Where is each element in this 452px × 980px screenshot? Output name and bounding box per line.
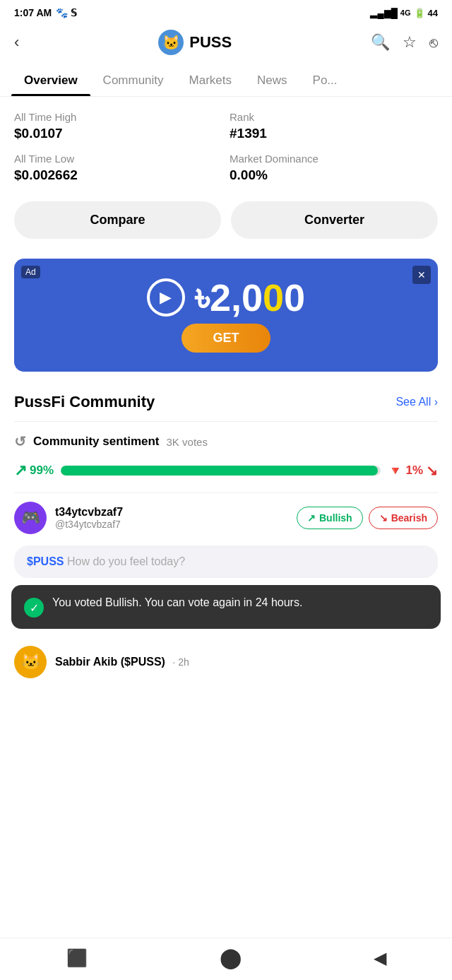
post-author-name: Sabbir Akib ($PUSS): [55, 656, 165, 668]
username: t34ytcvbzaf7: [55, 506, 288, 519]
share-icon[interactable]: ⎋: [429, 35, 438, 51]
ad-content: ▶ ৳2,000 GET: [147, 278, 305, 353]
ad-top-row: ▶ ৳2,000: [147, 278, 305, 317]
bottom-post: 🐱 Sabbir Akib ($PUSS) · 2h: [0, 636, 452, 688]
converter-button[interactable]: Converter: [231, 201, 438, 239]
nav-menu-icon[interactable]: ⬤: [220, 946, 242, 969]
bear-arrow-down: ↘: [426, 462, 438, 479]
sentiment-votes: 3K votes: [167, 436, 208, 448]
ad-label: Ad: [21, 266, 40, 278]
bear-pct: 🔻 1% ↘: [388, 462, 438, 479]
sentiment-bar-row: ↗ 99% 🔻 1% ↘: [0, 457, 452, 492]
comment-ticker: $PUSS: [27, 555, 64, 567]
community-header: PussFi Community See All ›: [0, 386, 452, 421]
ad-get-button[interactable]: GET: [182, 324, 270, 353]
header-center: 🐱 PUSS: [158, 30, 232, 55]
sentiment-bar-fill: [61, 466, 378, 476]
all-time-high-label: All Time High: [14, 111, 222, 123]
ad-banner: Ad ✕ ▶ ৳2,000 GET: [14, 259, 438, 372]
all-time-high-value: $0.0107: [14, 126, 222, 141]
user-info: t34ytcvbzaf7 @t34ytcvbzaf7: [55, 506, 288, 530]
rank-value: #1391: [230, 126, 438, 141]
bear-vote-icon: ↘: [379, 512, 388, 524]
header-icons: 🔍 ☆ ⎋: [371, 33, 438, 52]
post-author-avatar: 🐱: [14, 646, 47, 678]
bull-vote-icon: ↗: [307, 512, 316, 524]
star-icon[interactable]: ☆: [403, 33, 417, 52]
ad-amount: ৳2,000: [195, 278, 305, 317]
all-time-low: All Time Low $0.002662: [14, 153, 222, 183]
sentiment-label: Community sentiment: [33, 435, 160, 449]
see-all-button[interactable]: See All ›: [396, 396, 438, 408]
user-handle: @t34ytcvbzaf7: [55, 519, 288, 530]
tab-news[interactable]: News: [244, 65, 300, 96]
status-bar: 1:07 AM 🐾 𝕊 ▂▄▆█ 4G 🔋 44: [0, 0, 452, 23]
back-button[interactable]: ‹: [14, 33, 19, 52]
tab-overview[interactable]: Overview: [11, 65, 90, 96]
coin-title: PUSS: [189, 33, 232, 52]
post-time: · 2h: [172, 656, 189, 668]
market-dominance: Market Dominance 0.00%: [230, 153, 438, 183]
sentiment-bar: [61, 466, 381, 476]
bullish-button[interactable]: ↗ Bullish: [297, 507, 363, 529]
ad-amount-yellow: 0: [263, 276, 284, 319]
all-time-low-label: All Time Low: [14, 153, 222, 165]
market-dom-label: Market Dominance: [230, 153, 438, 165]
market-dom-value: 0.00%: [230, 167, 438, 183]
network-icon: 4G: [400, 8, 411, 17]
all-time-low-value: $0.002662: [14, 167, 222, 183]
tab-bar: Overview Community Markets News Po...: [0, 65, 452, 97]
toast-notification: ✓ You voted Bullish. You can vote again …: [11, 585, 441, 629]
status-time: 1:07 AM: [14, 7, 52, 18]
bear-arrow-icon: 🔻: [388, 464, 403, 478]
post-user-row: 🎮 t34ytcvbzaf7 @t34ytcvbzaf7 ↗ Bullish ↘…: [0, 493, 452, 543]
vote-buttons: ↗ Bullish ↘ Bearish: [297, 507, 438, 529]
action-buttons: Compare Converter: [0, 190, 452, 253]
stats-grid: All Time High $0.0107 Rank #1391 All Tim…: [0, 97, 452, 190]
community-title: PussFi Community: [14, 393, 155, 411]
sentiment-icon: ↺: [14, 433, 26, 450]
tab-community[interactable]: Community: [90, 65, 177, 96]
user-avatar: 🎮: [14, 502, 47, 534]
signal-icon: ▂▄▆█: [370, 8, 397, 18]
bearish-button[interactable]: ↘ Bearish: [369, 507, 438, 529]
rank-label: Rank: [230, 111, 438, 123]
nav-back-icon[interactable]: ◀: [374, 948, 386, 968]
ad-close-button[interactable]: ✕: [412, 266, 431, 284]
battery-icon: 🔋: [414, 8, 425, 18]
status-icons: 🐾 𝕊: [56, 7, 77, 18]
toast-message: You voted Bullish. You can vote again in…: [52, 596, 302, 609]
nav-home-icon[interactable]: ⬛: [66, 948, 88, 968]
toast-check-icon: ✓: [24, 598, 44, 618]
ad-play-button[interactable]: ▶: [147, 278, 185, 317]
rank: Rank #1391: [230, 111, 438, 141]
search-icon[interactable]: 🔍: [371, 33, 390, 52]
post-author-info: Sabbir Akib ($PUSS) · 2h: [55, 656, 189, 668]
sentiment-row: ↺ Community sentiment 3K votes: [0, 422, 452, 457]
all-time-high: All Time High $0.0107: [14, 111, 222, 141]
status-left: 1:07 AM 🐾 𝕊: [14, 7, 77, 18]
tab-markets[interactable]: Markets: [177, 65, 244, 96]
bull-pct: ↗ 99%: [14, 461, 54, 480]
comment-input-field[interactable]: $PUSS How do you feel today?: [14, 545, 438, 578]
tab-more[interactable]: Po...: [300, 65, 350, 96]
comment-placeholder: How do you feel today?: [67, 555, 185, 567]
header: ‹ 🐱 PUSS 🔍 ☆ ⎋: [0, 23, 452, 65]
coin-logo: 🐱: [158, 30, 184, 55]
nav-bar: ⬛ ⬤ ◀: [0, 938, 452, 980]
compare-button[interactable]: Compare: [14, 201, 221, 239]
bull-arrow-icon: ↗: [14, 461, 27, 480]
status-right: ▂▄▆█ 4G 🔋 44: [370, 8, 438, 18]
battery-level: 44: [428, 8, 438, 18]
